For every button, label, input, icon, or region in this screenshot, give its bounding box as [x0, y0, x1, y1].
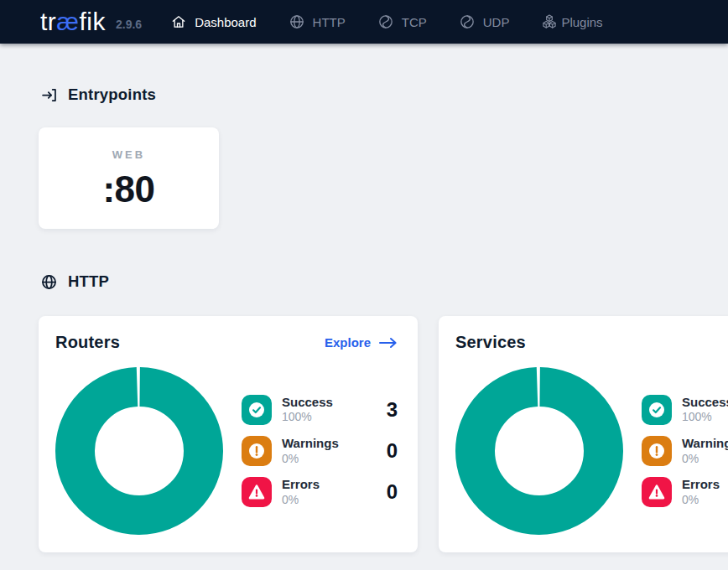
card-header: Services	[455, 333, 728, 352]
nav-label: Plugins	[561, 15, 602, 29]
stat-row-warnings: Warnings 0%	[642, 436, 728, 466]
stat-value: 0	[387, 439, 398, 463]
nav-label: TCP	[402, 15, 427, 29]
stat-label: Warnings	[282, 436, 339, 452]
warning-circle-icon	[642, 436, 672, 466]
logo-part: tr	[40, 8, 56, 35]
success-check-icon	[642, 395, 672, 425]
services-donut-chart	[455, 367, 623, 535]
stat-value: 3	[387, 398, 398, 422]
section-title: HTTP	[68, 272, 109, 291]
logo-part: fik	[80, 8, 107, 35]
stat-row-errors: Errors 0% 0	[242, 477, 398, 507]
version-label: 2.9.6	[116, 18, 142, 31]
legend: Success 100% 3 Warnings 0%	[242, 367, 398, 535]
card-title: Services	[455, 333, 526, 352]
legend: Success 100% Warnings 0%	[642, 367, 728, 535]
cubes-icon	[541, 13, 558, 30]
card-body: Success 100% 3 Warnings 0%	[55, 367, 398, 535]
stat-value: 0	[387, 480, 398, 504]
stat-label: Errors	[682, 477, 720, 493]
logo-part-ae: æ	[56, 8, 79, 35]
arrow-right-icon	[379, 337, 398, 349]
stat-label: Success	[682, 395, 728, 411]
success-check-icon	[242, 395, 272, 425]
globe-icon	[40, 273, 58, 291]
stat-percentage: 100%	[282, 410, 333, 425]
stat-percentage: 0%	[282, 452, 339, 467]
top-nav-bar: træfik 2.9.6 Dashboard HTTP TCP	[0, 0, 728, 44]
routers-donut-chart	[55, 367, 223, 535]
nav-item-plugins[interactable]: Plugins	[541, 13, 602, 30]
sign-in-icon	[40, 86, 58, 104]
services-card: Services Success 100%	[439, 316, 728, 552]
nav-item-udp[interactable]: UDP	[459, 13, 510, 30]
stat-row-success: Success 100% 3	[242, 395, 398, 425]
nav-item-http[interactable]: HTTP	[289, 13, 346, 30]
entrypoint-name: WEB	[112, 148, 145, 161]
traefik-logo[interactable]: træfik	[40, 9, 106, 34]
stat-row-warnings: Warnings 0% 0	[242, 436, 398, 466]
stat-percentage: 100%	[682, 410, 728, 425]
stat-percentage: 0%	[682, 452, 728, 467]
card-title: Routers	[55, 333, 120, 352]
routers-card: Routers Explore	[39, 316, 418, 552]
explore-label: Explore	[325, 335, 371, 350]
stat-label: Warnings	[682, 436, 728, 452]
tcp-icon	[377, 13, 394, 30]
error-triangle-icon	[242, 477, 272, 507]
stat-row-errors: Errors 0%	[642, 477, 728, 507]
nav-label: HTTP	[313, 15, 346, 29]
app-root: træfik 2.9.6 Dashboard HTTP TCP	[0, 0, 728, 570]
udp-icon	[459, 13, 476, 30]
entrypoints-heading: Entrypoints	[40, 86, 728, 104]
entrypoint-card-web: WEB :80	[39, 127, 219, 229]
stat-percentage: 0%	[682, 493, 720, 508]
error-triangle-icon	[642, 477, 672, 507]
http-cards-row: Routers Explore	[39, 316, 728, 552]
card-header: Routers Explore	[55, 333, 398, 352]
warning-circle-icon	[242, 436, 272, 466]
globe-icon	[289, 13, 305, 30]
nav-label: Dashboard	[195, 15, 256, 29]
stat-label: Success	[282, 395, 333, 411]
stat-row-success: Success 100%	[642, 395, 728, 425]
main-nav: Dashboard HTTP TCP UDP	[170, 13, 602, 30]
main-content: Entrypoints WEB :80 HTTP Routers Explore	[0, 44, 728, 552]
home-icon	[170, 13, 187, 30]
explore-link[interactable]: Explore	[325, 335, 398, 350]
entrypoint-port: :80	[102, 168, 154, 210]
stat-percentage: 0%	[282, 493, 320, 508]
stat-label: Errors	[282, 477, 320, 493]
nav-item-dashboard[interactable]: Dashboard	[170, 13, 256, 30]
nav-label: UDP	[483, 15, 510, 29]
card-body: Success 100% Warnings 0%	[455, 367, 728, 535]
http-heading: HTTP	[40, 272, 728, 291]
nav-item-tcp[interactable]: TCP	[377, 13, 427, 30]
section-title: Entrypoints	[68, 86, 156, 104]
